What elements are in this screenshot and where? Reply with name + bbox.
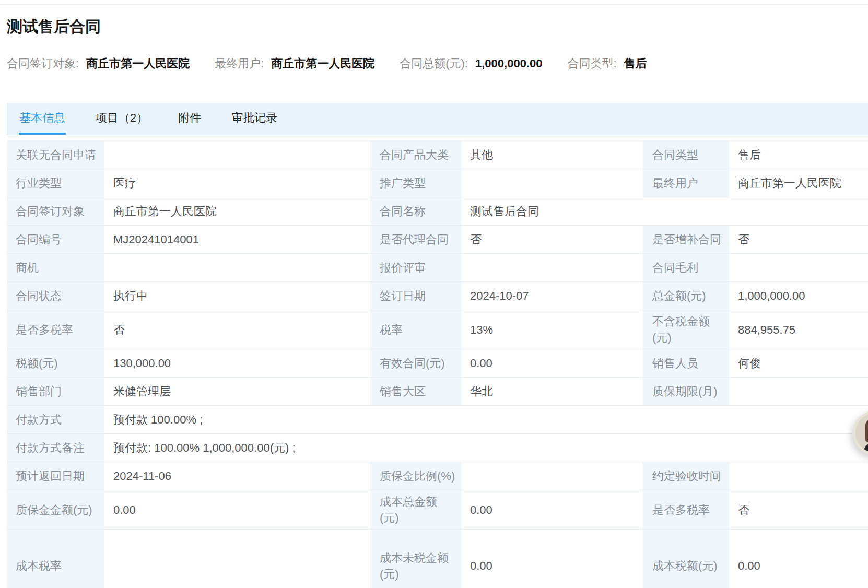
- field-label: 是否增补合同: [643, 226, 729, 253]
- field-label: 成本总金额(元): [371, 490, 461, 529]
- tab-active[interactable]: 基本信息: [19, 103, 66, 135]
- summary-label: 合同类型:: [567, 57, 616, 70]
- field-value: 医疗: [104, 169, 371, 197]
- field-label: 合同类型: [643, 141, 729, 169]
- summary-item: 最终用户:商丘市第一人民医院: [215, 57, 374, 70]
- field-value: 执行中: [104, 282, 371, 310]
- field-label: 约定验收时间: [643, 462, 729, 490]
- field-label: 签订日期: [371, 282, 461, 310]
- field-label: 成本未税金额(元): [371, 530, 461, 588]
- field-value: 其他: [461, 141, 643, 169]
- field-label: 总金额(元): [643, 282, 729, 310]
- top-divider: [0, 0, 868, 5]
- summary-label: 合同签订对象:: [7, 57, 79, 70]
- field-value: 售后: [729, 141, 868, 169]
- table-row: 税额(元)130,000.00有效合同(元)0.00销售人员何俊: [7, 349, 868, 378]
- field-label: 质保金比例(%): [371, 462, 461, 490]
- field-label: 是否多税率: [7, 310, 104, 349]
- summary-label: 最终用户:: [215, 57, 264, 70]
- table-row: 预计返回日期2024-11-06质保金比例(%)约定验收时间: [7, 462, 868, 490]
- field-value: [104, 141, 371, 169]
- field-label: 税额(元): [7, 349, 104, 377]
- field-label: 合同名称: [371, 197, 461, 225]
- field-value: 884,955.75: [729, 310, 868, 349]
- field-value: 130,000.00: [104, 349, 371, 377]
- field-value: [729, 462, 868, 490]
- table-row: 合同签订对象商丘市第一人民医院合同名称测试售后合同: [7, 197, 868, 226]
- summary-item: 合同签订对象:商丘市第一人民医院: [7, 57, 190, 70]
- field-label: 是否多税率: [643, 490, 729, 529]
- field-value: 1,000,000.00: [729, 282, 868, 310]
- field-value: 商丘市第一人民医院: [104, 197, 371, 225]
- field-label: 销售大区: [371, 378, 461, 405]
- field-label: 行业类型: [7, 169, 104, 197]
- field-value: 何俊: [729, 349, 868, 377]
- table-row: 销售部门米健管理层销售大区华北质保期限(月): [7, 378, 868, 406]
- field-label: 商机: [7, 254, 104, 281]
- field-value: 否: [104, 310, 371, 349]
- summary-label: 合同总额(元):: [400, 57, 468, 70]
- field-label: 合同编号: [7, 226, 104, 253]
- field-value: 否: [461, 226, 643, 253]
- field-value: 米健管理层: [104, 378, 371, 405]
- field-value: MJ20241014001: [104, 226, 371, 253]
- field-value: [104, 530, 371, 588]
- basic-info-table: 关联无合同申请合同产品大类其他合同类型售后行业类型医疗推广类型最终用户商丘市第一…: [7, 140, 868, 588]
- field-label: 有效合同(元): [371, 349, 461, 377]
- table-row: 付款方式备注预付款: 100.00% 1,000,000.00(元) ;: [7, 434, 868, 462]
- field-label: 成本税额(元): [643, 530, 729, 588]
- field-label: 推广类型: [371, 169, 461, 197]
- summary-value: 售后: [624, 57, 647, 70]
- table-row: 行业类型医疗推广类型最终用户商丘市第一人民医院: [7, 169, 868, 197]
- field-value: 华北: [461, 378, 643, 405]
- field-label: 成本税率: [7, 530, 104, 588]
- field-value: [461, 254, 643, 281]
- field-value: 0.00: [729, 530, 868, 588]
- field-value: [729, 378, 868, 405]
- field-label: 合同毛利: [643, 254, 729, 281]
- field-value: 2024-11-06: [104, 462, 371, 490]
- table-row: 付款方式预付款 100.00% ;: [7, 406, 868, 434]
- field-value: 测试售后合同: [461, 197, 868, 225]
- page-title: 测试售后合同: [7, 17, 868, 36]
- field-label: 合同签订对象: [7, 197, 104, 225]
- field-label: 关联无合同申请: [7, 141, 104, 169]
- summary-item: 合同总额(元):1,000,000.00: [400, 57, 542, 70]
- field-label: 销售部门: [7, 378, 104, 405]
- field-value: 13%: [461, 310, 643, 349]
- summary-value: 商丘市第一人民医院: [86, 57, 190, 70]
- field-value: 否: [729, 226, 868, 253]
- table-row: 商机报价评审合同毛利: [7, 254, 868, 282]
- tab-item[interactable]: 审批记录: [231, 103, 278, 135]
- field-value: 0.00: [461, 530, 643, 588]
- table-row: 成本税率成本未税金额(元)0.00成本税额(元)0.00: [7, 530, 868, 588]
- field-label: 税率: [371, 310, 461, 349]
- field-label: 不含税金额(元): [643, 310, 729, 349]
- field-value: 2024-10-07: [461, 282, 643, 310]
- contract-detail-page: 测试售后合同 合同签订对象:商丘市第一人民医院最终用户:商丘市第一人民医院合同总…: [0, 17, 868, 588]
- tab-item[interactable]: 附件: [178, 103, 202, 135]
- table-row: 是否多税率否税率13%不含税金额(元)884,955.75: [7, 310, 868, 349]
- summary-item: 合同类型:售后: [567, 57, 647, 70]
- field-value: 0.00: [461, 349, 643, 377]
- field-value: 0.00: [104, 490, 371, 529]
- field-value: [104, 254, 371, 281]
- tab-bar: 基本信息项目（2）附件审批记录: [7, 103, 868, 135]
- field-value: [729, 254, 868, 281]
- tab-item[interactable]: 项目（2）: [95, 103, 148, 135]
- field-label: 质保期限(月): [643, 378, 729, 405]
- field-value: [461, 462, 643, 490]
- field-label: 最终用户: [643, 169, 729, 197]
- table-row: 合同状态执行中签订日期2024-10-07总金额(元)1,000,000.00: [7, 282, 868, 310]
- field-label: 付款方式: [7, 406, 104, 433]
- field-label: 销售人员: [643, 349, 729, 377]
- summary-value: 1,000,000.00: [475, 57, 542, 70]
- avatar-image: [855, 413, 868, 453]
- table-row: 关联无合同申请合同产品大类其他合同类型售后: [7, 141, 868, 169]
- contract-summary-row: 合同签订对象:商丘市第一人民医院最终用户:商丘市第一人民医院合同总额(元):1,…: [7, 57, 868, 70]
- summary-value: 商丘市第一人民医院: [271, 57, 374, 70]
- field-label: 合同产品大类: [371, 141, 461, 169]
- table-row: 质保金金额(元)0.00成本总金额(元)0.00是否多税率否: [7, 490, 868, 530]
- field-label: 是否代理合同: [371, 226, 461, 253]
- field-value: 否: [729, 490, 868, 529]
